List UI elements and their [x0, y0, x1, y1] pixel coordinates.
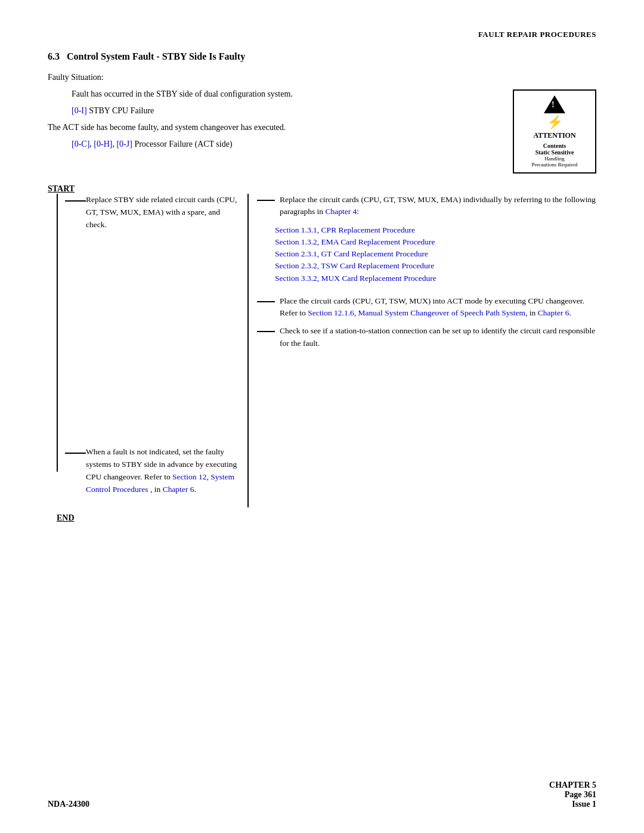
link-sec232[interactable]: Section 2.3.2, TSW Card Replacement Proc… — [275, 260, 596, 272]
link-sec1216[interactable]: Section 12.1.6, Manual System Changeover… — [308, 308, 525, 317]
right-mid-item: Place the circuit cards (CPU, GT, TSW, M… — [257, 295, 596, 320]
page: FAULT REPAIR PROCEDURES 6.3 Control Syst… — [0, 0, 644, 833]
section-number: 6.3 — [48, 51, 60, 61]
footer-issue: Issue 1 — [549, 800, 596, 809]
left-bottom-text: When a fault is not indicated, set the f… — [86, 446, 242, 496]
end-label: END — [57, 513, 596, 523]
link-chapter4[interactable]: Chapter 4 — [325, 207, 357, 216]
header-title: FAULT REPAIR PROCEDURES — [478, 30, 596, 39]
intro-p3: The ACT side has become faulty, and syst… — [48, 123, 501, 132]
left-top-text: Replace STBY side related circuit cards … — [86, 194, 242, 231]
left-vertical-line — [57, 194, 58, 472]
right-top-text: Replace the circuit cards (CPU, GT, TSW,… — [280, 194, 596, 218]
links-block: Section 1.3.1, CPR Replacement Procedure… — [275, 224, 596, 284]
start-label: START — [48, 184, 596, 194]
esd-icon: ⚡ — [521, 114, 588, 130]
end-text: END — [57, 513, 75, 522]
dash-line-left-top — [65, 200, 86, 202]
footer-chapter: CHAPTER 5 — [549, 781, 596, 790]
link-sec332[interactable]: Section 3.3.2, MUX Card Replacement Proc… — [275, 272, 596, 284]
right-mid-suffix: . — [569, 308, 571, 317]
link-chapter6-left[interactable]: Chapter 6 — [163, 485, 194, 494]
footer-chapter-info: CHAPTER 5 Page 361 Issue 1 — [549, 781, 596, 809]
intro-p2-suffix: STBY CPU Failure — [89, 106, 154, 115]
dash-right-top — [257, 200, 275, 201]
section-title: 6.3 Control System Fault - STBY Side Is … — [48, 51, 596, 62]
dash-line-left-bottom — [65, 453, 86, 454]
intro-p2: [0-I] STBY CPU Failure — [72, 106, 501, 116]
attention-line4: Precautions Required — [521, 162, 588, 168]
intro-block: Fault has occurred in the STBY side of d… — [48, 89, 596, 174]
intro-p4-suffix: Processor Failure (ACT side) — [134, 140, 232, 148]
flow-inner: Replace STBY side related circuit cards … — [57, 194, 596, 507]
footer: NDA-24300 CHAPTER 5 Page 361 Issue 1 — [48, 781, 596, 809]
left-bottom-branch: When a fault is not indicated, set the f… — [65, 446, 242, 496]
dash-right-bottom — [257, 331, 275, 332]
link-sec132[interactable]: Section 1.3.2, EMA Card Replacement Proc… — [275, 236, 596, 248]
attention-line3: Handling — [521, 156, 588, 162]
right-mid-text: Place the circuit cards (CPU, GT, TSW, M… — [280, 295, 596, 320]
intro-text: Fault has occurred in the STBY side of d… — [48, 89, 513, 155]
spacer-left — [65, 243, 242, 446]
right-mid-mid: , in — [525, 308, 538, 317]
left-column: Replace STBY side related circuit cards … — [57, 194, 242, 507]
right-top-item: Replace the circuit cards (CPU, GT, TSW,… — [257, 194, 596, 218]
attention-line2: Static Sensitive — [521, 149, 588, 156]
faulty-label: Faulty Situation: — [48, 73, 596, 82]
right-bottom-text: Check to see if a station-to-station con… — [280, 325, 596, 349]
intro-p1: Fault has occurred in the STBY side of d… — [72, 89, 501, 99]
start-text: START — [48, 184, 75, 193]
link-chapter6-right[interactable]: Chapter 6 — [538, 308, 569, 317]
attention-title: ATTENTION — [521, 131, 588, 140]
intro-p4: [0-C], [0-H], [0-J] Processor Failure (A… — [72, 140, 501, 149]
right-top-suffix: : — [357, 207, 359, 216]
right-column: Replace the circuit cards (CPU, GT, TSW,… — [247, 194, 596, 507]
footer-page: Page 361 — [549, 790, 596, 800]
dash-right-mid — [257, 301, 275, 302]
left-bottom-suffix: . — [194, 485, 196, 494]
link-0i[interactable]: [0-I] — [72, 106, 87, 115]
page-header: FAULT REPAIR PROCEDURES — [48, 30, 596, 39]
link-sec231[interactable]: Section 2.3.1, GT Card Replacement Proce… — [275, 248, 596, 260]
left-top-branch: Replace STBY side related circuit cards … — [65, 194, 242, 231]
link-0c[interactable]: [0-C] — [72, 140, 89, 148]
attention-line1: Contents — [521, 143, 588, 149]
attention-box: ⚡ ATTENTION Contents Static Sensitive Ha… — [513, 89, 596, 174]
footer-doc-number: NDA-24300 — [48, 800, 89, 809]
link-0j[interactable]: [0-J] — [116, 140, 132, 148]
link-0h[interactable]: [0-H] — [94, 140, 112, 148]
link-sec131[interactable]: Section 1.3.1, CPR Replacement Procedure — [275, 224, 596, 236]
right-bottom-item: Check to see if a station-to-station con… — [257, 325, 596, 349]
section-heading: Control System Fault - STBY Side Is Faul… — [67, 51, 245, 61]
flow-diagram: Replace STBY side related circuit cards … — [57, 194, 596, 507]
left-bottom-mid: , in — [150, 485, 163, 494]
warning-triangle-icon — [544, 95, 565, 113]
